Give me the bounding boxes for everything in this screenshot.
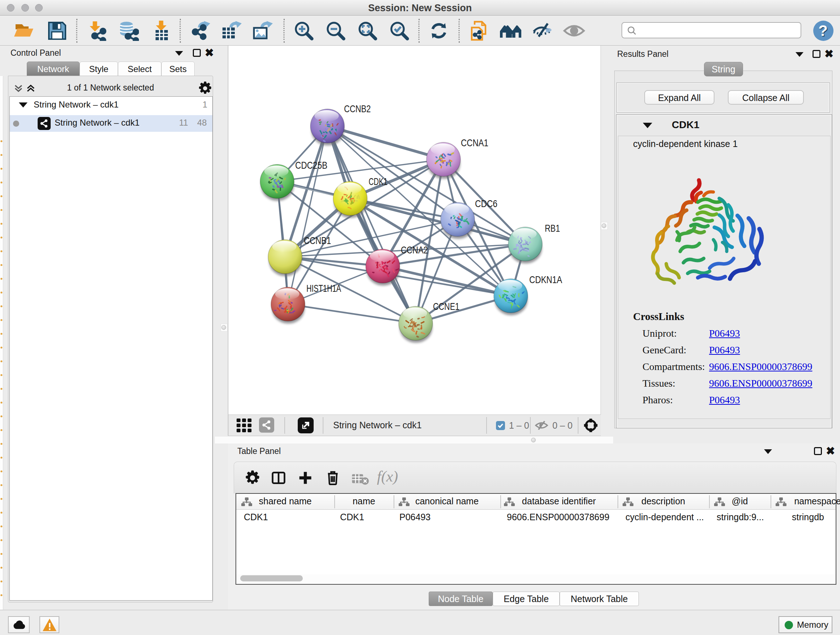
svg-text:CCNE1: CCNE1 (433, 301, 459, 312)
svg-text:CCNB1: CCNB1 (304, 235, 331, 246)
svg-text:CCNB2: CCNB2 (344, 103, 371, 114)
svg-text:CDC25B: CDC25B (295, 160, 327, 171)
svg-text:CCNA1: CCNA1 (461, 137, 488, 149)
svg-text:RB1: RB1 (545, 223, 560, 234)
svg-text:HIST1H1A: HIST1H1A (306, 283, 341, 294)
svg-text:CDC6: CDC6 (475, 198, 497, 209)
svg-text:?: ? (818, 22, 828, 39)
svg-text:CDK1: CDK1 (369, 176, 387, 187)
svg-text:CCNA2: CCNA2 (401, 244, 428, 256)
svg-text:CDKN1A: CDKN1A (529, 274, 562, 285)
